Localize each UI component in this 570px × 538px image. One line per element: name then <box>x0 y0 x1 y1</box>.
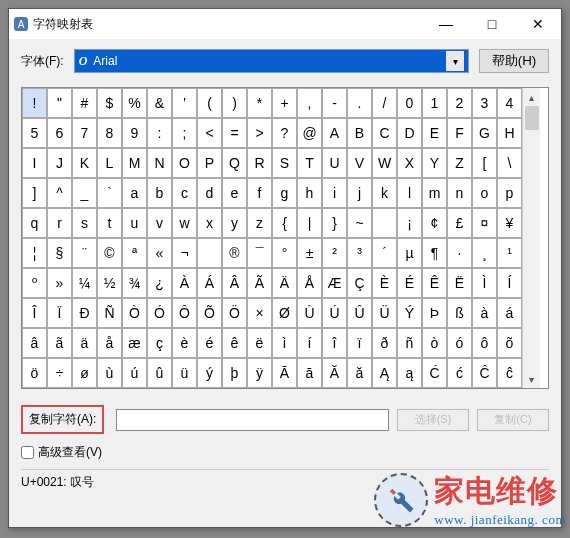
char-cell[interactable]: ć <box>447 358 472 388</box>
char-cell[interactable]: 3 <box>472 88 497 118</box>
char-cell[interactable]: î <box>322 328 347 358</box>
char-cell[interactable]: D <box>397 118 422 148</box>
char-cell[interactable]: ò <box>422 328 447 358</box>
titlebar[interactable]: A 字符映射表 — □ ✕ <box>9 9 561 39</box>
char-cell[interactable]: ¹ <box>497 238 522 268</box>
char-cell[interactable]: ð <box>372 328 397 358</box>
char-cell[interactable]: á <box>497 298 522 328</box>
char-cell[interactable]: b <box>147 178 172 208</box>
char-cell[interactable]: À <box>172 268 197 298</box>
char-cell[interactable]: n <box>447 178 472 208</box>
char-cell[interactable]: ă <box>347 358 372 388</box>
char-cell[interactable]: : <box>147 118 172 148</box>
char-cell[interactable]: ¶ <box>422 238 447 268</box>
char-cell[interactable]: Ù <box>297 298 322 328</box>
char-cell[interactable]: Ú <box>322 298 347 328</box>
char-cell[interactable]: ¦ <box>22 238 47 268</box>
char-cell[interactable]: é <box>197 328 222 358</box>
char-cell[interactable]: K <box>72 148 97 178</box>
char-cell[interactable]: ø <box>72 358 97 388</box>
char-cell[interactable]: Â <box>222 268 247 298</box>
char-cell[interactable]: p <box>497 178 522 208</box>
char-cell[interactable]: F <box>447 118 472 148</box>
char-cell[interactable]: t <box>97 208 122 238</box>
char-cell[interactable]: » <box>47 268 72 298</box>
char-cell[interactable]: ' <box>172 88 197 118</box>
char-cell[interactable]: Ä <box>272 268 297 298</box>
char-cell[interactable]: Ø <box>272 298 297 328</box>
copy-characters-input[interactable] <box>116 409 389 431</box>
char-cell[interactable]: ą <box>397 358 422 388</box>
char-cell[interactable]: H <box>497 118 522 148</box>
char-cell[interactable]: Q <box>222 148 247 178</box>
char-cell[interactable]: _ <box>72 178 97 208</box>
char-cell[interactable]: É <box>397 268 422 298</box>
char-cell[interactable]: o <box>472 178 497 208</box>
char-cell[interactable]: 6 <box>47 118 72 148</box>
char-cell[interactable]: Z <box>447 148 472 178</box>
char-cell[interactable]: ¥ <box>497 208 522 238</box>
char-cell[interactable]: f <box>247 178 272 208</box>
char-cell[interactable]: Ì <box>472 268 497 298</box>
char-cell[interactable]: µ <box>397 238 422 268</box>
char-cell[interactable]: y <box>222 208 247 238</box>
char-cell[interactable]: Å <box>297 268 322 298</box>
char-cell[interactable]: { <box>272 208 297 238</box>
char-cell[interactable]: - <box>322 88 347 118</box>
char-cell[interactable]: â <box>22 328 47 358</box>
char-cell[interactable]: ­ <box>197 238 222 268</box>
char-cell[interactable]: r <box>47 208 72 238</box>
char-cell[interactable]: q <box>22 208 47 238</box>
char-cell[interactable]: c <box>172 178 197 208</box>
char-cell[interactable]: ê <box>222 328 247 358</box>
char-cell[interactable]: ó <box>447 328 472 358</box>
char-cell[interactable]: ³ <box>347 238 372 268</box>
char-cell[interactable]: è <box>172 328 197 358</box>
char-cell[interactable]: d <box>197 178 222 208</box>
char-cell[interactable]: ¬ <box>172 238 197 268</box>
char-cell[interactable]: ! <box>22 88 47 118</box>
advanced-view-checkbox[interactable] <box>21 446 34 459</box>
char-cell[interactable]: T <box>297 148 322 178</box>
char-cell[interactable]: ç <box>147 328 172 358</box>
char-cell[interactable]: Ã <box>247 268 272 298</box>
char-cell[interactable]: > <box>247 118 272 148</box>
scroll-up-button[interactable]: ▴ <box>523 88 540 106</box>
char-cell[interactable]: / <box>372 88 397 118</box>
char-cell[interactable]: Ü <box>372 298 397 328</box>
char-cell[interactable]: 8 <box>97 118 122 148</box>
char-cell[interactable]: j <box>347 178 372 208</box>
char-cell[interactable]: ¤ <box>472 208 497 238</box>
char-cell[interactable]: ì <box>272 328 297 358</box>
char-cell[interactable]: * <box>247 88 272 118</box>
char-cell[interactable]: ª <box>122 238 147 268</box>
char-cell[interactable]: Ć <box>422 358 447 388</box>
char-cell[interactable]: ú <box>122 358 147 388</box>
char-cell[interactable]: ½ <box>97 268 122 298</box>
char-cell[interactable]: « <box>147 238 172 268</box>
char-cell[interactable]: ¸ <box>472 238 497 268</box>
char-cell[interactable]: | <box>297 208 322 238</box>
font-select[interactable]: O Arial ▾ <box>74 49 469 73</box>
char-cell[interactable]: 5 <box>22 118 47 148</box>
char-cell[interactable]: . <box>347 88 372 118</box>
char-cell[interactable]: õ <box>497 328 522 358</box>
char-cell[interactable]: Ó <box>147 298 172 328</box>
char-cell[interactable]: Ô <box>172 298 197 328</box>
char-cell[interactable]: ¯ <box>247 238 272 268</box>
char-cell[interactable]: © <box>97 238 122 268</box>
char-cell[interactable]: ; <box>172 118 197 148</box>
char-cell[interactable]: 1 <box>422 88 447 118</box>
char-cell[interactable]: ( <box>197 88 222 118</box>
char-cell[interactable]: Û <box>347 298 372 328</box>
char-cell[interactable]: ô <box>472 328 497 358</box>
maximize-button[interactable]: □ <box>469 9 515 39</box>
char-cell[interactable]: ĉ <box>497 358 522 388</box>
char-cell[interactable]: k <box>372 178 397 208</box>
char-cell[interactable]: V <box>347 148 372 178</box>
char-cell[interactable]: Ĉ <box>472 358 497 388</box>
char-cell[interactable]: P <box>197 148 222 178</box>
char-cell[interactable]: " <box>47 88 72 118</box>
char-cell[interactable]: I <box>22 148 47 178</box>
char-cell[interactable]: å <box>97 328 122 358</box>
